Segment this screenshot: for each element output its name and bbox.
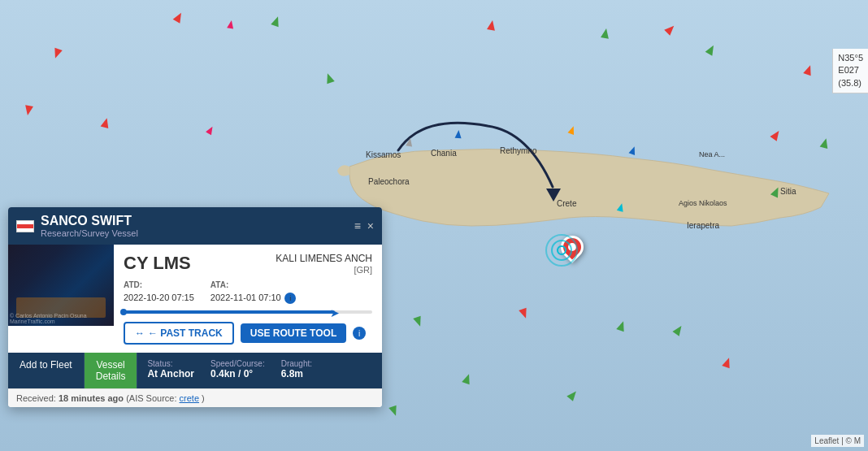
location-pin[interactable] xyxy=(561,236,584,258)
flag-icon xyxy=(16,220,34,232)
ata-info-icon[interactable]: i xyxy=(284,293,296,304)
ais-source-link[interactable]: crete xyxy=(180,393,199,403)
sea-of-crete-label: Sea of C xyxy=(770,53,827,70)
panel-footer: Add to Fleet VesselDetails Status: At An… xyxy=(8,353,382,388)
ship-green-6[interactable] xyxy=(770,185,782,197)
ship-blue-2[interactable] xyxy=(629,145,638,155)
town-paleochora: Paleochora xyxy=(368,177,410,186)
town-sitia: Sitia xyxy=(780,187,796,196)
ship-red-8[interactable] xyxy=(770,128,782,141)
ship-green-4[interactable] xyxy=(323,72,335,85)
town-ierapetra: Ierapetra xyxy=(687,221,719,230)
ship-green-13[interactable] xyxy=(388,405,400,418)
menu-icon[interactable]: ≡ xyxy=(354,219,361,232)
vessel-name: SANCO SWIFT xyxy=(41,214,132,228)
speed-item: Speed/Course: 0.4kn / 0° xyxy=(210,359,265,382)
panel-received: Received: 18 minutes ago (AIS Source: cr… xyxy=(8,388,382,407)
close-icon[interactable]: × xyxy=(367,219,374,232)
ship-red-9[interactable] xyxy=(519,308,530,320)
past-track-arrow: ↔ xyxy=(135,327,145,339)
ship-green-3[interactable] xyxy=(705,43,718,55)
ship-orange-1[interactable] xyxy=(568,125,577,135)
ship-red-5[interactable] xyxy=(803,64,814,76)
ship-red-6[interactable] xyxy=(24,105,33,116)
vessel-image: © Carlos Antonio Pacin OsunaMarineTraffi… xyxy=(8,245,114,326)
coordinate-display: N35°5 E027 (35.8) xyxy=(832,49,868,93)
vessel-type: Research/Survey Vessel xyxy=(41,228,348,238)
past-track-button[interactable]: ↔ ← PAST TRACK xyxy=(124,322,234,345)
vessel-panel: SANCO SWIFT Research/Survey Vessel ≡ × ©… xyxy=(8,207,382,407)
town-nea: Nea A... xyxy=(699,150,725,158)
panel-buttons: ↔ ← PAST TRACK USE ROUTE TOOL i xyxy=(124,322,372,345)
ship-red-4[interactable] xyxy=(51,48,63,60)
ship-green-2[interactable] xyxy=(601,28,610,39)
vessel-name-block: SANCO SWIFT Research/Survey Vessel xyxy=(41,214,348,238)
coord-lat: N35°5 xyxy=(838,52,863,64)
ship-green-12[interactable] xyxy=(566,388,579,401)
voyage-times: ATD: 2022-10-20 07:15 ATA: 2022-11-01 07… xyxy=(124,280,372,304)
ship-green-9[interactable] xyxy=(672,323,684,336)
ata-item: ATA: 2022-11-01 07:10 i xyxy=(210,280,296,304)
header-actions: ≡ × xyxy=(354,219,374,232)
atd-item: ATD: 2022-10-20 07:15 xyxy=(124,280,194,304)
town-crete: Crete xyxy=(557,199,576,208)
vessel-details-button[interactable]: VesselDetails xyxy=(85,353,138,388)
ship-magenta-2[interactable] xyxy=(206,125,215,136)
ship-green-7[interactable] xyxy=(413,316,424,328)
ship-gray-1[interactable] xyxy=(406,137,414,146)
destination: KALI LIMENES ANCH [GR] xyxy=(276,253,372,275)
town-kissamos: Kissamos xyxy=(366,150,401,159)
ship-red-11[interactable] xyxy=(722,357,733,369)
ship-red-7[interactable] xyxy=(101,117,111,128)
town-chania: Chania xyxy=(431,149,457,158)
panel-info: CY LMS KALI LIMENES ANCH [GR] ATD: 2022-… xyxy=(114,245,382,353)
progress-arrow: ➤ xyxy=(330,306,340,319)
panel-header: SANCO SWIFT Research/Survey Vessel ≡ × xyxy=(8,207,382,245)
ship-red-2[interactable] xyxy=(487,20,497,31)
ship-green-8[interactable] xyxy=(616,320,627,332)
ship-green-11[interactable] xyxy=(462,373,473,385)
ship-magenta-1[interactable] xyxy=(227,20,235,28)
town-rethymno: Rethymno xyxy=(500,146,537,155)
map[interactable]: Sea of C iterraneanSea N35°5 E027 (35.8)… xyxy=(0,0,868,451)
ship-red-3[interactable] xyxy=(664,23,677,36)
town-agios-nikolaos: Agios Nikolaos xyxy=(679,199,727,207)
progress-fill: ➤ xyxy=(124,310,335,314)
voyage-header: CY LMS KALI LIMENES ANCH [GR] xyxy=(124,253,372,275)
add-to-fleet-button[interactable]: Add to Fleet xyxy=(8,353,85,388)
coord-lon: E027 xyxy=(838,64,863,76)
ship-red-1[interactable] xyxy=(173,11,185,23)
ship-green-1[interactable] xyxy=(271,15,282,28)
progress-bar: ➤ xyxy=(124,310,372,314)
route-info-icon[interactable]: i xyxy=(353,327,366,340)
coord-zoom: (35.8) xyxy=(838,77,863,89)
ship-cyan-1[interactable] xyxy=(617,202,625,212)
panel-body: © Carlos Antonio Pacin OsunaMarineTraffi… xyxy=(8,245,382,353)
status-item: Status: At Anchor xyxy=(147,359,194,382)
map-attribution: Leaflet | © M xyxy=(811,435,864,447)
vessel-id: CY LMS xyxy=(124,253,191,274)
draught-item: Draught: 6.8m xyxy=(281,359,312,382)
ship-green-5[interactable] xyxy=(820,137,831,149)
photo-credit: © Carlos Antonio Pacin OsunaMarineTraffi… xyxy=(10,313,87,324)
footer-status: Status: At Anchor Speed/Course: 0.4kn / … xyxy=(137,353,382,388)
route-tool-button[interactable]: USE ROUTE TOOL xyxy=(241,323,346,343)
ship-blue-1[interactable] xyxy=(455,130,462,139)
